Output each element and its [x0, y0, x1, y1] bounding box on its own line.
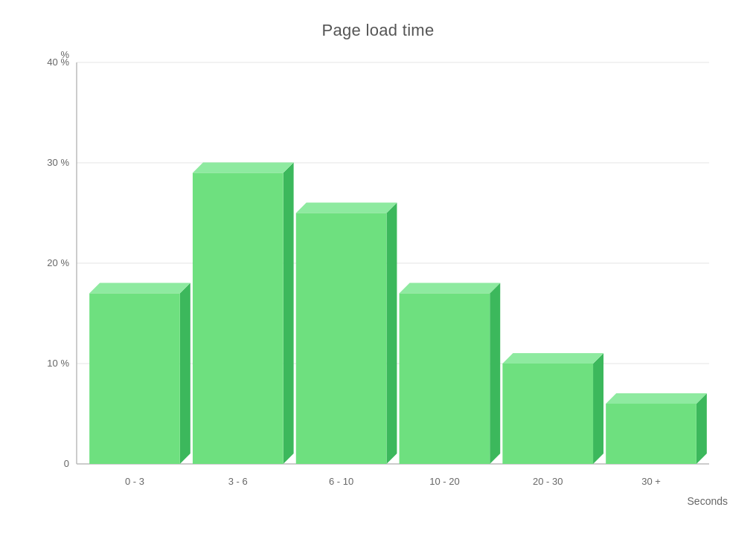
svg-rect-34: [606, 404, 696, 464]
chart-title: Page load time: [322, 21, 435, 40]
bar-chart: 010 %20 %30 %40 %%0 - 33 - 66 - 1010 - 2…: [25, 48, 731, 509]
svg-rect-14: [89, 294, 180, 465]
svg-text:20 %: 20 %: [47, 257, 69, 268]
svg-text:%: %: [60, 49, 69, 60]
svg-rect-18: [193, 173, 284, 465]
svg-marker-21: [296, 203, 397, 213]
svg-text:10 - 20: 10 - 20: [429, 476, 459, 487]
svg-rect-26: [400, 294, 490, 465]
svg-marker-16: [284, 163, 294, 465]
svg-marker-17: [193, 163, 294, 173]
svg-text:30 +: 30 +: [641, 476, 661, 487]
svg-marker-12: [180, 283, 190, 465]
svg-marker-20: [386, 203, 397, 465]
svg-text:6 - 10: 6 - 10: [329, 476, 353, 487]
svg-marker-29: [502, 353, 603, 364]
svg-text:0 - 3: 0 - 3: [125, 476, 144, 487]
svg-marker-24: [490, 283, 500, 465]
svg-rect-30: [502, 364, 593, 464]
svg-text:3 - 6: 3 - 6: [228, 476, 248, 487]
svg-marker-32: [696, 393, 707, 464]
svg-marker-28: [593, 353, 603, 464]
chart-container: Page load time 010 %20 %30 %40 %%0 - 33 …: [0, 0, 756, 539]
svg-marker-13: [89, 283, 190, 294]
svg-marker-33: [606, 393, 707, 404]
x-axis-seconds-label: Seconds: [688, 495, 728, 507]
svg-text:30 %: 30 %: [47, 157, 69, 168]
svg-marker-25: [400, 283, 501, 294]
svg-rect-22: [296, 213, 387, 465]
svg-text:10 %: 10 %: [47, 358, 69, 369]
svg-text:20 - 30: 20 - 30: [533, 476, 563, 487]
svg-text:0: 0: [64, 458, 69, 469]
